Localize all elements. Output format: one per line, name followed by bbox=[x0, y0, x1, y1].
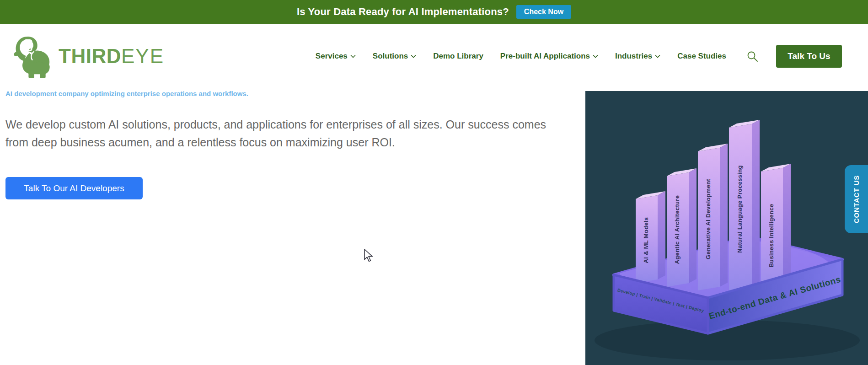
hero-description: We develop custom AI solutions, products… bbox=[5, 116, 550, 151]
search-icon[interactable] bbox=[746, 50, 759, 63]
svg-text:Business Intelligence: Business Intelligence bbox=[768, 204, 775, 267]
site-header: THIRDEYE ServicesSolutionsDemo LibraryPr… bbox=[0, 24, 868, 89]
nav-item-case-studies[interactable]: Case Studies bbox=[677, 52, 726, 61]
logo[interactable]: THIRDEYE bbox=[13, 34, 164, 79]
nav-item-label: Solutions bbox=[373, 52, 408, 61]
chevron-down-icon bbox=[655, 54, 660, 58]
talk-to-us-button[interactable]: Talk To Us bbox=[776, 45, 842, 68]
brand-light: EYE bbox=[121, 45, 164, 67]
contact-us-tab[interactable]: CONTACT US bbox=[845, 165, 868, 233]
nav-item-pre-built-ai-applications[interactable]: Pre-built AI Applications bbox=[500, 52, 598, 61]
chevron-down-icon bbox=[350, 54, 356, 58]
nav-item-demo-library[interactable]: Demo Library bbox=[433, 52, 483, 61]
promo-banner-text: Is Your Data Ready for AI Implementation… bbox=[297, 6, 509, 18]
nav-item-industries[interactable]: Industries bbox=[615, 52, 660, 61]
hero-illustration-panel: Business Intelligence Natural Language P… bbox=[585, 91, 868, 365]
nav-item-label: Case Studies bbox=[677, 52, 726, 61]
svg-text:Agentic AI Architecture: Agentic AI Architecture bbox=[674, 195, 680, 264]
hero-tagline: AI development company optimizing enterp… bbox=[5, 90, 573, 97]
chevron-down-icon bbox=[411, 54, 416, 58]
nav-item-label: Services bbox=[316, 52, 348, 61]
brand-text: THIRDEYE bbox=[59, 45, 164, 68]
bar-natural-language-processing: Natural Language Processing bbox=[729, 120, 760, 294]
nav-item-label: Pre-built AI Applications bbox=[500, 52, 590, 61]
nav-item-label: Demo Library bbox=[433, 52, 483, 61]
talk-to-developers-button[interactable]: Talk To Our AI Developers bbox=[5, 177, 143, 199]
nav-item-label: Industries bbox=[615, 52, 652, 61]
bar-ai-ml-models: AI & ML Models bbox=[636, 191, 665, 283]
svg-text:AI & ML Models: AI & ML Models bbox=[643, 217, 649, 263]
bar-generative-ai-development: Generative AI Development bbox=[698, 144, 728, 290]
elephant-logo-icon bbox=[13, 34, 52, 79]
main-nav: ServicesSolutionsDemo LibraryPre-built A… bbox=[316, 52, 726, 61]
nav-item-services[interactable]: Services bbox=[316, 52, 356, 61]
bar-agentic-ai-architecture: Agentic AI Architecture bbox=[667, 168, 697, 287]
contact-us-tab-label: CONTACT US bbox=[852, 175, 860, 223]
ai-solutions-3d-illustration: Business Intelligence Natural Language P… bbox=[585, 91, 868, 365]
mouse-cursor bbox=[364, 249, 375, 262]
promo-banner: Is Your Data Ready for AI Implementation… bbox=[0, 0, 868, 24]
chevron-down-icon bbox=[593, 54, 598, 58]
check-now-button[interactable]: Check Now bbox=[516, 5, 571, 19]
brand-bold: THIRD bbox=[59, 45, 121, 67]
hero-content: AI development company optimizing enterp… bbox=[5, 90, 573, 199]
nav-item-solutions[interactable]: Solutions bbox=[373, 52, 416, 61]
svg-text:Natural Language Processing: Natural Language Processing bbox=[736, 165, 743, 253]
svg-text:Generative AI Development: Generative AI Development bbox=[705, 179, 712, 259]
